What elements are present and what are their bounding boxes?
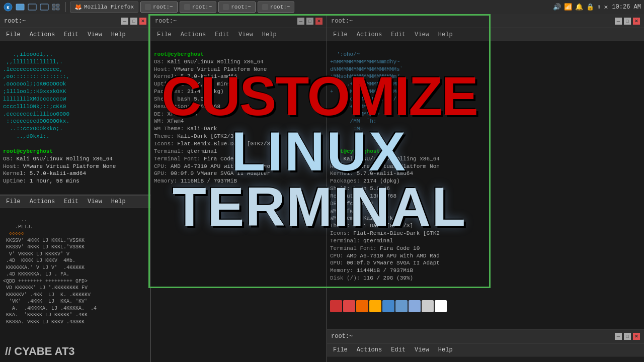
menu-actions-bottom-right[interactable]: Actions [353,345,386,354]
menu-actions-bottom-left[interactable]: Actions [26,197,59,206]
desktop2-icon[interactable] [27,2,37,12]
taskbar-terminal2-tab[interactable]: root:~ [180,2,217,13]
clock: 10:26 AM [612,4,641,11]
network-icon[interactable]: 📶 [564,3,572,11]
taskbar: K 🦊 [0,0,644,14]
taskbar-firefox-tab[interactable]: 🦊 Mozilla Firefox [70,2,138,13]
kali-icon[interactable]: K [3,2,13,12]
menu-help-top-left[interactable]: Help [107,30,130,39]
battery-icon[interactable]: 🔔 [575,3,583,11]
minimize-btn-top-right[interactable]: ─ [615,18,622,25]
watermark: // CYABE AT3 [5,345,75,358]
swatch-5 [382,300,394,312]
menu-file-top-right[interactable]: File [329,30,352,39]
terminal-bottom-right: root:~ ─ □ ✕ File Actions Edit View Help… [327,329,644,362]
menu-view-top-left[interactable]: View [84,30,106,39]
main-container: root:~ ─ □ ✕ File Actions Edit View Help… [0,14,644,362]
terminal-bottom-left: File Actions Edit View Help .. .PLTJ. ◇◇… [0,195,151,362]
maximize-btn-bottom-right[interactable]: □ [624,333,631,340]
close-btn-top-right[interactable]: ✕ [633,18,640,25]
swatch-9 [435,300,447,312]
menubar-bottom-left: File Actions Edit View Help [0,195,150,208]
maximize-btn-middle[interactable]: □ [306,18,313,25]
maximize-btn-top-left[interactable]: □ [130,18,137,25]
close-btn-top-left[interactable]: ✕ [139,18,146,25]
menubar-bottom-right: File Actions Edit View Help [327,343,644,356]
desktop3-icon[interactable] [39,2,49,12]
swatch-4 [369,300,381,312]
terminal-top-left: root:~ ─ □ ✕ File Actions Edit View Help… [0,14,151,195]
menu-edit-bottom-right[interactable]: Edit [387,345,410,354]
minimize-btn-bottom-right[interactable]: ─ [615,333,622,340]
lock-icon[interactable]: ⬆ [597,3,601,11]
swatch-6 [395,300,408,312]
swatch-2 [343,300,355,312]
menu-help-bottom-right[interactable]: Help [434,345,457,354]
menu-file-middle[interactable]: File [153,30,176,39]
terminal-body-top-left: .,ilooool,,. ,,lllllllllllll,. .lccccccc… [0,41,150,195]
menu-view-bottom-right[interactable]: View [411,345,433,354]
menu-edit-bottom-left[interactable]: Edit [60,197,83,206]
menu-file-bottom-left[interactable]: File [2,197,25,206]
color-palette [330,300,641,312]
close-btn-middle[interactable]: ✕ [315,18,323,25]
menu-actions-middle[interactable]: Actions [177,30,210,39]
terminal-body-top-right: ':oho/~ +mMMMMMMMMMMMMNmmdhy~ dNMMMMMMMM… [327,41,644,329]
window-controls-bottom-right: ─ □ ✕ [615,333,640,340]
taskbar-terminal3-tab[interactable]: root:~ [218,2,256,13]
terminal-bottom-right-title: root:~ [331,333,353,340]
menubar-middle: File Actions Edit View Help [151,28,327,41]
terminal-middle: root:~ ─ □ ✕ File Actions Edit View Help… [151,14,327,362]
window-controls-top-left: ─ □ ✕ [121,18,146,25]
window-controls-middle: ─ □ ✕ [297,18,323,25]
taskbar-right: 🔊 📶 🔔 🔒 ⬆ ✕ 10:26 AM [553,3,641,11]
menu-actions-top-left[interactable]: Actions [26,30,59,39]
menu-edit-top-right[interactable]: Edit [387,30,410,39]
titlebar-top-left: root:~ ─ □ ✕ [0,14,150,28]
svg-rect-7 [52,8,55,10]
menu-help-bottom-left[interactable]: Help [107,197,130,206]
swatch-7 [409,300,421,312]
desktop1-icon[interactable] [15,2,25,12]
menu-view-middle[interactable]: View [234,30,257,39]
menu-actions-top-right[interactable]: Actions [353,30,386,39]
menu-help-middle[interactable]: Help [258,30,281,39]
notification-icon[interactable]: 🔒 [586,3,594,11]
svg-rect-2 [16,4,24,10]
terminal-left-column: root:~ ─ □ ✕ File Actions Edit View Help… [0,14,151,362]
minimize-btn-top-left[interactable]: ─ [121,18,128,25]
minimize-btn-middle[interactable]: ─ [297,18,304,25]
close-btn-bottom-right[interactable]: ✕ [633,333,640,340]
menu-view-top-right[interactable]: View [411,30,433,39]
menu-edit-top-left[interactable]: Edit [60,30,83,39]
swatch-1 [330,300,342,312]
menu-edit-middle[interactable]: Edit [211,30,233,39]
svg-text:K: K [7,6,10,11]
terminal-top-right: root:~ ─ □ ✕ File Actions Edit View Help… [327,14,644,329]
svg-rect-8 [56,8,59,10]
terminal-body-bottom-left: .. .PLTJ. ◇◇◇◇◇ KKSSV' 4KKK LJ KKKL.'VSS… [0,208,150,362]
menu-file-bottom-right[interactable]: File [329,345,352,354]
menubar-top-right: File Actions Edit View Help [327,28,644,41]
svg-rect-6 [56,4,59,7]
menu-file-top-left[interactable]: File [2,30,25,39]
svg-rect-5 [52,4,55,7]
menubar-top-left: File Actions Edit View Help [0,28,150,41]
taskbar-terminal4-tab[interactable]: root:~ [258,2,295,13]
terminal-top-left-title: root:~ [4,18,26,25]
svg-rect-4 [40,4,48,10]
svg-rect-3 [28,4,36,10]
desktop4-icon[interactable] [51,2,61,12]
titlebar-middle: root:~ ─ □ ✕ [151,14,327,28]
maximize-btn-top-right[interactable]: □ [624,18,631,25]
taskbar-terminal1-tab[interactable]: root:~ [140,2,178,13]
menu-view-bottom-left[interactable]: View [84,197,106,206]
menu-help-top-right[interactable]: Help [434,30,457,39]
taskbar-left: K 🦊 [3,2,294,13]
system-tray: 🔊 📶 🔔 🔒 ⬆ ✕ [553,3,608,11]
window-controls-top-right: ─ □ ✕ [615,18,640,25]
titlebar-bottom-right: root:~ ─ □ ✕ [327,329,644,343]
power-icon[interactable]: ✕ [604,3,608,11]
volume-icon[interactable]: 🔊 [553,3,561,11]
terminal-right-area: root:~ ─ □ ✕ File Actions Edit View Help… [327,14,644,362]
